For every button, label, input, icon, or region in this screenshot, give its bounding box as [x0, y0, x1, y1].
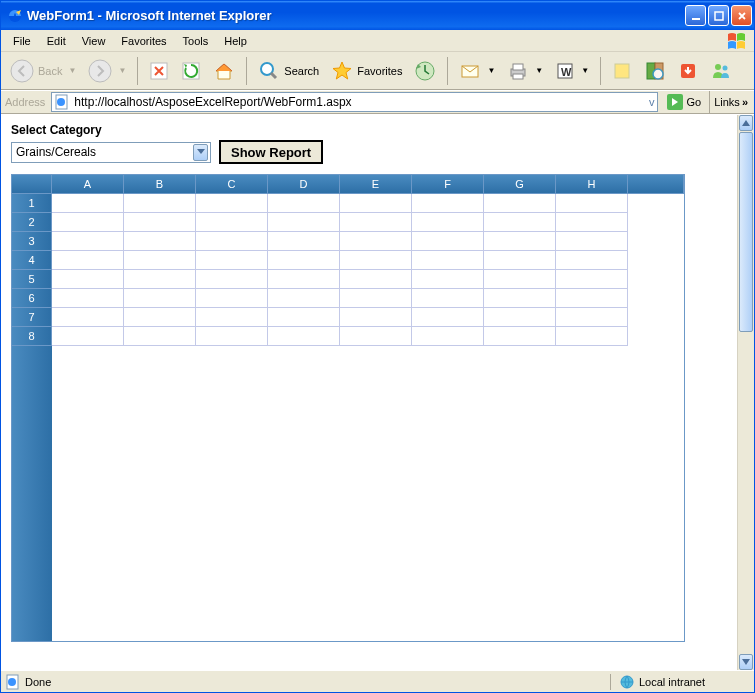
col-header[interactable]: C	[196, 175, 268, 194]
cell[interactable]	[52, 327, 124, 346]
row-header[interactable]: 6	[12, 289, 52, 308]
links-button[interactable]: Links »	[709, 91, 752, 113]
address-input[interactable]: http://localhost/AsposeExcelReport/WebFo…	[51, 92, 657, 112]
row-header[interactable]: 2	[12, 213, 52, 232]
cell[interactable]	[196, 251, 268, 270]
back-button[interactable]: Back▼	[5, 55, 81, 87]
cell[interactable]	[52, 251, 124, 270]
cell[interactable]	[196, 270, 268, 289]
cell[interactable]	[340, 289, 412, 308]
forward-button[interactable]: ▼	[83, 55, 131, 87]
sheet-corner[interactable]	[12, 175, 52, 194]
cell[interactable]	[556, 232, 628, 251]
cell[interactable]	[412, 327, 484, 346]
vertical-scrollbar[interactable]	[737, 115, 754, 670]
cell[interactable]	[268, 308, 340, 327]
research-button[interactable]	[639, 56, 671, 86]
cell[interactable]	[556, 194, 628, 213]
download-button[interactable]	[673, 57, 703, 85]
col-header[interactable]: F	[412, 175, 484, 194]
cell[interactable]	[412, 270, 484, 289]
menu-file[interactable]: File	[5, 32, 39, 50]
cell[interactable]	[340, 270, 412, 289]
go-button[interactable]: Go	[662, 93, 706, 111]
row-header[interactable]: 1	[12, 194, 52, 213]
row-header[interactable]: 4	[12, 251, 52, 270]
cell[interactable]	[124, 213, 196, 232]
cell[interactable]	[268, 194, 340, 213]
spreadsheet[interactable]: A B C D E F G H 12345678	[11, 174, 685, 642]
category-select[interactable]: Grains/Cereals	[11, 142, 211, 163]
cell[interactable]	[412, 232, 484, 251]
cell[interactable]	[196, 289, 268, 308]
cell[interactable]	[484, 194, 556, 213]
cell[interactable]	[196, 213, 268, 232]
cell[interactable]	[556, 289, 628, 308]
cell[interactable]	[268, 270, 340, 289]
menu-edit[interactable]: Edit	[39, 32, 74, 50]
cell[interactable]	[484, 308, 556, 327]
col-header[interactable]: A	[52, 175, 124, 194]
close-button[interactable]	[731, 5, 752, 26]
cell[interactable]	[124, 308, 196, 327]
cell[interactable]	[52, 232, 124, 251]
cell[interactable]	[484, 289, 556, 308]
cell[interactable]	[340, 232, 412, 251]
menu-favorites[interactable]: Favorites	[113, 32, 174, 50]
cell[interactable]	[124, 270, 196, 289]
cell[interactable]	[340, 327, 412, 346]
cell[interactable]	[124, 232, 196, 251]
cell[interactable]	[268, 251, 340, 270]
cell[interactable]	[268, 213, 340, 232]
row-header[interactable]: 3	[12, 232, 52, 251]
cell[interactable]	[484, 251, 556, 270]
messenger-button[interactable]	[705, 56, 737, 86]
cell[interactable]	[196, 232, 268, 251]
cell[interactable]	[52, 194, 124, 213]
scroll-up-icon[interactable]	[739, 115, 753, 131]
edit-button[interactable]: W▼	[550, 57, 594, 85]
cell[interactable]	[268, 327, 340, 346]
cell[interactable]	[124, 289, 196, 308]
scroll-down-icon[interactable]	[739, 654, 753, 670]
cell[interactable]	[52, 308, 124, 327]
cell[interactable]	[340, 213, 412, 232]
cell[interactable]	[412, 251, 484, 270]
show-report-button[interactable]: Show Report	[219, 140, 323, 164]
menu-view[interactable]: View	[74, 32, 114, 50]
stop-button[interactable]	[144, 57, 174, 85]
cell[interactable]	[124, 251, 196, 270]
cell[interactable]	[340, 251, 412, 270]
print-button[interactable]: ▼	[502, 56, 548, 86]
cell[interactable]	[412, 289, 484, 308]
row-header[interactable]: 5	[12, 270, 52, 289]
history-button[interactable]	[409, 56, 441, 86]
mail-button[interactable]: ▼	[454, 56, 500, 86]
cell[interactable]	[484, 232, 556, 251]
cell[interactable]	[52, 213, 124, 232]
cell[interactable]	[196, 308, 268, 327]
maximize-button[interactable]	[708, 5, 729, 26]
cell[interactable]	[124, 327, 196, 346]
scroll-thumb[interactable]	[739, 132, 753, 332]
col-header[interactable]: G	[484, 175, 556, 194]
cell[interactable]	[340, 194, 412, 213]
menu-tools[interactable]: Tools	[175, 32, 217, 50]
refresh-button[interactable]	[176, 57, 206, 85]
cell[interactable]	[556, 270, 628, 289]
home-button[interactable]	[208, 56, 240, 86]
cell[interactable]	[268, 289, 340, 308]
cell[interactable]	[556, 251, 628, 270]
notes-button[interactable]	[607, 57, 637, 85]
cell[interactable]	[196, 327, 268, 346]
menu-help[interactable]: Help	[216, 32, 255, 50]
col-header[interactable]: D	[268, 175, 340, 194]
cell[interactable]	[484, 213, 556, 232]
row-header[interactable]: 8	[12, 327, 52, 346]
cell[interactable]	[484, 270, 556, 289]
cell[interactable]	[412, 308, 484, 327]
col-header[interactable]: B	[124, 175, 196, 194]
row-header[interactable]: 7	[12, 308, 52, 327]
search-button[interactable]: Search	[253, 56, 324, 86]
cell[interactable]	[556, 213, 628, 232]
